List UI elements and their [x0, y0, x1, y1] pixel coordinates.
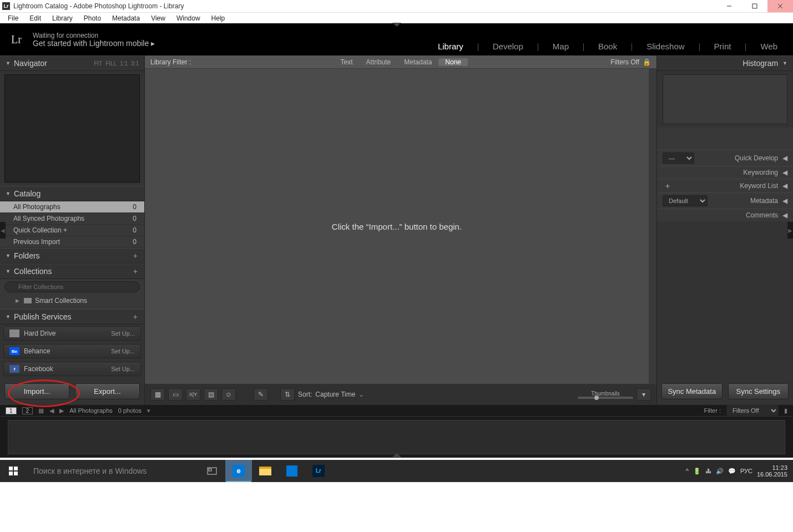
breadcrumb[interactable]: All Photographs: [69, 407, 113, 414]
thumb-label: Thumbnails: [578, 391, 633, 397]
sort-value-dropdown[interactable]: Capture Time: [315, 391, 355, 398]
quickdev-preset-select[interactable]: —: [663, 153, 694, 164]
toolbar-dropdown-icon[interactable]: ▾: [637, 388, 651, 401]
filter-text[interactable]: Text: [334, 58, 360, 66]
collections-header[interactable]: ▼ Collections +: [0, 264, 144, 279]
chevron-left-icon[interactable]: ◀: [782, 154, 787, 162]
filters-off-dropdown[interactable]: Filters Off: [610, 58, 639, 66]
catalog-synced[interactable]: All Synced Photographs0: [0, 213, 144, 225]
module-web[interactable]: Web: [756, 42, 782, 51]
filter-attribute[interactable]: Attribute: [360, 58, 398, 66]
monitor-1-button[interactable]: 1: [6, 407, 17, 414]
catalog-header[interactable]: ▼ Catalog: [0, 186, 144, 201]
chevron-left-icon[interactable]: ◀: [782, 169, 787, 176]
task-view-icon[interactable]: [199, 460, 225, 482]
people-view-icon[interactable]: ☺: [221, 388, 236, 401]
tray-battery-icon[interactable]: 🔋: [693, 468, 701, 475]
module-map[interactable]: Map: [548, 42, 573, 51]
navigator-zoom-opts[interactable]: FITFILL1:13:1: [90, 60, 139, 67]
chevron-left-icon[interactable]: ◀: [782, 182, 787, 190]
maximize-button[interactable]: [742, 0, 767, 12]
filter-metadata[interactable]: Metadata: [397, 58, 438, 66]
menu-metadata[interactable]: Metadata: [108, 13, 144, 23]
add-folder-icon[interactable]: +: [132, 251, 139, 260]
sort-direction-icon[interactable]: ⇅: [280, 388, 295, 401]
add-keyword-icon[interactable]: +: [663, 181, 673, 190]
thumbnail-size-slider[interactable]: [578, 397, 633, 399]
survey-view-icon[interactable]: ▤: [204, 388, 218, 401]
grid-view-icon[interactable]: ▦: [150, 388, 165, 401]
menu-window[interactable]: Window: [172, 13, 205, 23]
folders-header[interactable]: ▼ Folders +: [0, 248, 144, 264]
loupe-view-icon[interactable]: ▭: [168, 388, 183, 401]
navigator-preview[interactable]: [4, 74, 140, 183]
add-publish-icon[interactable]: +: [132, 312, 139, 321]
publish-facebook[interactable]: f FacebookSet Up...: [3, 362, 141, 376]
catalog-previous-import[interactable]: Previous Import0: [0, 236, 144, 248]
export-button[interactable]: Export...: [75, 383, 140, 399]
panel-collapse-bottom-icon[interactable]: [392, 453, 401, 457]
publish-hard-drive[interactable]: Hard DriveSet Up...: [3, 326, 141, 341]
lock-icon[interactable]: 🔒: [643, 58, 651, 66]
add-collection-icon[interactable]: +: [132, 267, 139, 276]
taskbar-explorer-icon[interactable]: [252, 460, 279, 482]
minimize-button[interactable]: [716, 0, 742, 12]
taskbar-store-icon[interactable]: [279, 460, 305, 482]
chevron-left-icon[interactable]: ◀: [782, 197, 787, 205]
chevron-down-icon: ▼: [6, 60, 11, 66]
smart-collections-item[interactable]: ▶ Smart Collections: [4, 295, 140, 307]
menu-photo[interactable]: Photo: [79, 13, 105, 23]
publish-header[interactable]: ▼ Publish Services +: [0, 309, 144, 325]
tray-language[interactable]: РУС: [740, 468, 752, 474]
menu-view[interactable]: View: [147, 13, 170, 23]
grid-small-icon[interactable]: ▦: [38, 407, 44, 414]
svg-rect-7: [14, 472, 18, 475]
module-print[interactable]: Print: [710, 42, 736, 51]
menu-help[interactable]: Help: [207, 13, 230, 23]
panel-collapse-top-icon[interactable]: [392, 23, 401, 27]
painter-tool-icon[interactable]: ✎: [254, 388, 268, 401]
catalog-quick-collection[interactable]: Quick Collection +0: [0, 225, 144, 236]
tray-chevron-icon[interactable]: ^: [686, 468, 689, 474]
monitor-2-button[interactable]: 2: [22, 407, 33, 414]
taskbar-lightroom-icon[interactable]: Lr: [305, 460, 332, 482]
module-library[interactable]: Library: [433, 42, 468, 51]
tray-network-icon[interactable]: 🖧: [705, 468, 711, 474]
histogram-header[interactable]: Histogram ▼: [657, 55, 793, 71]
close-button[interactable]: [767, 0, 793, 12]
import-button[interactable]: Import...: [4, 383, 69, 399]
grid-view: Library Filter : Text Attribute Metadata…: [144, 55, 657, 405]
tray-volume-icon[interactable]: 🔊: [716, 468, 724, 475]
tray-notifications-icon[interactable]: 💬: [728, 468, 736, 475]
menu-file[interactable]: File: [3, 13, 23, 23]
metadata-preset-select[interactable]: Default: [663, 195, 708, 206]
mobile-getstarted[interactable]: Get started with Lightroom mobile ▸: [33, 39, 155, 47]
filter-collections-input[interactable]: [4, 281, 140, 292]
module-develop[interactable]: Develop: [488, 42, 528, 51]
sync-settings-button[interactable]: Sync Settings: [728, 383, 789, 399]
nav-forward-icon[interactable]: ▶: [59, 407, 64, 414]
menu-library[interactable]: Library: [48, 13, 77, 23]
start-button[interactable]: [0, 460, 27, 482]
filmstrip-filter-select[interactable]: Filters Off: [726, 405, 779, 416]
panel-collapse-right-icon[interactable]: ▶: [787, 222, 793, 239]
sync-metadata-button[interactable]: Sync Metadata: [661, 383, 723, 399]
chevron-left-icon[interactable]: ◀: [782, 211, 787, 219]
navigator-header[interactable]: ▼ Navigator FITFILL1:13:1: [0, 55, 144, 71]
catalog-title: Catalog: [14, 189, 41, 198]
tray-clock[interactable]: 11:23 16.06.2015: [757, 464, 787, 478]
filter-none[interactable]: None: [438, 58, 468, 66]
compare-view-icon[interactable]: X|Y: [186, 388, 200, 401]
publish-behance[interactable]: Be BehanceSet Up...: [3, 344, 141, 358]
module-slideshow[interactable]: Slideshow: [642, 42, 689, 51]
keyword-list-title: Keyword List: [740, 182, 778, 190]
filmstrip[interactable]: [0, 416, 793, 458]
taskbar-search[interactable]: Поиск в интернете и в Windows: [27, 460, 199, 482]
catalog-all-photos[interactable]: All Photographs0: [0, 201, 144, 213]
nav-back-icon[interactable]: ◀: [49, 407, 54, 414]
filter-switch-icon[interactable]: ▮: [784, 407, 787, 414]
taskbar-edge-icon[interactable]: e: [225, 460, 252, 482]
menu-edit[interactable]: Edit: [25, 13, 46, 23]
module-book[interactable]: Book: [594, 42, 622, 51]
panel-collapse-left-icon[interactable]: ◀: [0, 222, 6, 239]
